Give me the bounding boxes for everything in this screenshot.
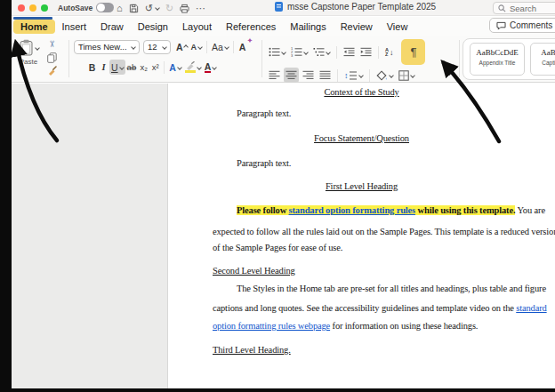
word-document-icon — [275, 2, 283, 12]
more-options-icon[interactable]: ⋯ — [196, 3, 205, 14]
print-icon[interactable] — [180, 4, 189, 13]
paragraph-text-1: Paragraph text. — [237, 108, 291, 118]
multilevel-list-button[interactable] — [311, 44, 332, 60]
tab-mailings[interactable]: Mailings — [283, 20, 333, 34]
line-spacing-button[interactable]: ↕ — [342, 68, 365, 83]
standard-link[interactable]: standard — [516, 303, 546, 313]
tab-insert[interactable]: Insert — [55, 20, 94, 34]
tab-layout[interactable]: Layout — [175, 20, 219, 34]
change-case-button[interactable]: Aa — [210, 39, 230, 54]
redo-button[interactable]: ↻ — [165, 3, 173, 14]
font-color-button[interactable]: A — [203, 60, 219, 75]
borders-chevron-icon — [410, 73, 415, 78]
text-effects-chevron-icon — [177, 65, 182, 70]
paste-button[interactable]: Paste — [15, 39, 42, 66]
undo-button[interactable]: ↺ — [145, 3, 159, 14]
formatting-rules-link[interactable]: standard option formatting rules — [289, 205, 416, 215]
tab-references[interactable]: References — [219, 20, 283, 34]
tab-review[interactable]: Review — [334, 20, 380, 34]
align-right-button[interactable] — [301, 68, 316, 83]
grow-font-button[interactable]: A — [174, 39, 189, 54]
justify-button[interactable] — [318, 68, 333, 83]
highlight-chevron-icon — [197, 65, 202, 70]
sort-letter-z: Z — [385, 52, 389, 57]
strikethrough-button[interactable]: ab — [125, 60, 139, 75]
paragraph-group: 123 AZ ↓ ¶ — [267, 36, 459, 83]
title-bar: AutoSave ⌂ ↺ ↻ ⋯ msse Capstone Paper Tem… — [12, 0, 555, 16]
body-line-with-link: option formatting rules webpage for info… — [213, 321, 478, 331]
body-text: captions and long quotes. See the access… — [213, 303, 516, 313]
tab-draw[interactable]: Draw — [93, 20, 131, 34]
autosave-toggle[interactable] — [96, 3, 114, 12]
borders-button[interactable] — [397, 68, 416, 83]
line-spacing-arrows-icon: ↕ — [344, 71, 349, 80]
document-page[interactable]: Context of the Study Paragraph text. Foc… — [167, 84, 555, 388]
decrease-indent-button[interactable] — [342, 44, 357, 60]
after-highlight-text: You are — [515, 205, 545, 215]
body-line-with-link: captions and long quotes. See the access… — [213, 303, 547, 313]
shrink-font-button[interactable]: A — [189, 39, 205, 54]
text-effects-button[interactable]: A — [167, 60, 183, 75]
numbered-list-icon: 123 — [291, 47, 302, 57]
show-paragraph-marks-button[interactable]: ¶ — [401, 39, 425, 65]
style-card-caption-above[interactable]: AaBbCcD Caption Abo — [530, 43, 555, 76]
bold-button[interactable]: B — [86, 60, 98, 75]
numbered-list-button[interactable]: 123 — [289, 44, 310, 60]
heading-second-level: Second Level Heading — [213, 266, 295, 276]
bullet-list-button[interactable] — [267, 44, 287, 60]
comments-label: Comments — [510, 20, 552, 30]
styles-gallery: AaBbCcDdE Appendix Title AaBbCcD Caption… — [462, 38, 555, 80]
align-left-icon — [269, 70, 280, 80]
align-left-button[interactable] — [267, 68, 282, 83]
font-name-select[interactable]: Times New... — [74, 40, 140, 54]
increase-indent-button[interactable] — [358, 44, 374, 60]
search-placeholder: Search — [510, 4, 536, 13]
bullet-list-icon — [269, 47, 280, 57]
change-case-chevron-icon — [224, 44, 229, 50]
copy-icon — [47, 52, 57, 63]
search-field[interactable]: Search — [493, 2, 555, 14]
style-card-appendix-title[interactable]: AaBbCcDdE Appendix Title — [470, 43, 525, 76]
superscript-button[interactable]: x² — [149, 60, 161, 75]
font-group: Times New... 12 A A Aa A✦ B I U ab x₂ x²… — [74, 36, 260, 83]
strikethrough-letters: ab — [127, 62, 137, 72]
highlight-trail-text: while using this template. — [415, 205, 515, 215]
italic-button[interactable]: I — [98, 60, 109, 75]
align-right-icon — [302, 70, 314, 80]
body-text: for information on using these headings. — [330, 321, 478, 331]
cut-button[interactable]: ✂ — [48, 38, 55, 50]
sort-button[interactable]: AZ ↓ — [383, 44, 395, 60]
underline-button[interactable]: U — [109, 60, 125, 75]
paste-label: Paste — [15, 58, 42, 66]
shrink-font-arrow-icon — [197, 44, 203, 50]
format-painter-button[interactable] — [47, 65, 57, 76]
tab-view[interactable]: View — [380, 20, 415, 34]
shading-button[interactable] — [374, 68, 395, 83]
sort-az-icon: AZ — [385, 48, 389, 57]
tab-home[interactable]: Home — [13, 20, 55, 34]
text-highlight-button[interactable] — [183, 60, 203, 75]
copy-button[interactable] — [47, 52, 57, 63]
word-window: AutoSave ⌂ ↺ ↻ ⋯ msse Capstone Paper Tem… — [12, 0, 555, 388]
fullscreen-button[interactable] — [41, 4, 48, 12]
svg-text:3: 3 — [291, 53, 294, 57]
document-workspace: Context of the Study Paragraph text. Foc… — [12, 84, 555, 388]
style-name-label: Appendix Title — [471, 60, 524, 66]
subscript-button[interactable]: x₂ — [138, 60, 149, 75]
highlighted-instruction-line: Please follow standard option formatting… — [237, 205, 545, 215]
font-size-select[interactable]: 12 — [143, 40, 171, 54]
close-button[interactable] — [18, 4, 25, 12]
minimize-button[interactable] — [29, 4, 36, 12]
comments-button[interactable]: Comments — [489, 18, 555, 33]
mini-divider — [206, 41, 207, 53]
clear-formatting-button[interactable]: A✦ — [237, 39, 248, 54]
webpage-link[interactable]: option formatting rules webpage — [213, 321, 330, 331]
document-title: msse Capstone Paper Template 2025 — [275, 2, 436, 12]
tab-design[interactable]: Design — [131, 20, 175, 34]
align-center-button[interactable] — [284, 68, 299, 83]
save-icon[interactable] — [129, 4, 139, 13]
home-icon[interactable]: ⌂ — [117, 3, 123, 13]
heading-first-level: First Level Heading — [168, 181, 555, 191]
autosave-control: AutoSave — [58, 3, 114, 12]
justify-icon — [319, 70, 331, 80]
